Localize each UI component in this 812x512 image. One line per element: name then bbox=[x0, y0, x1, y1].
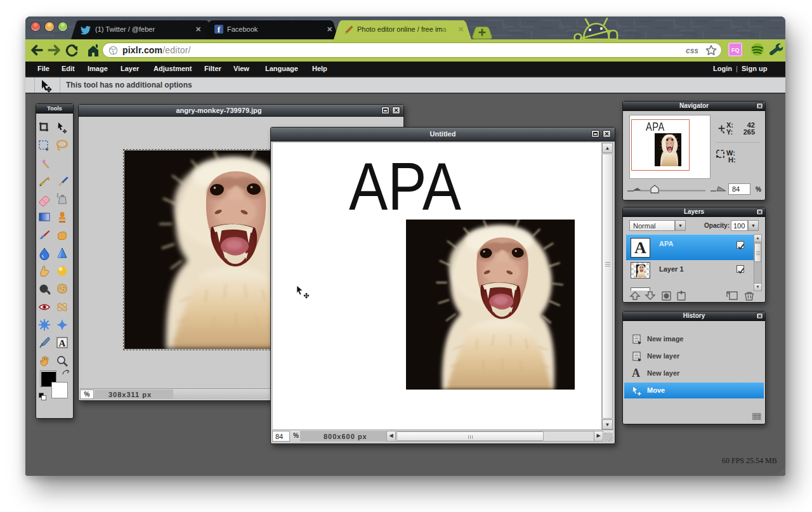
svg-text:A: A bbox=[59, 338, 66, 348]
svg-text:APA: APA bbox=[349, 149, 461, 223]
